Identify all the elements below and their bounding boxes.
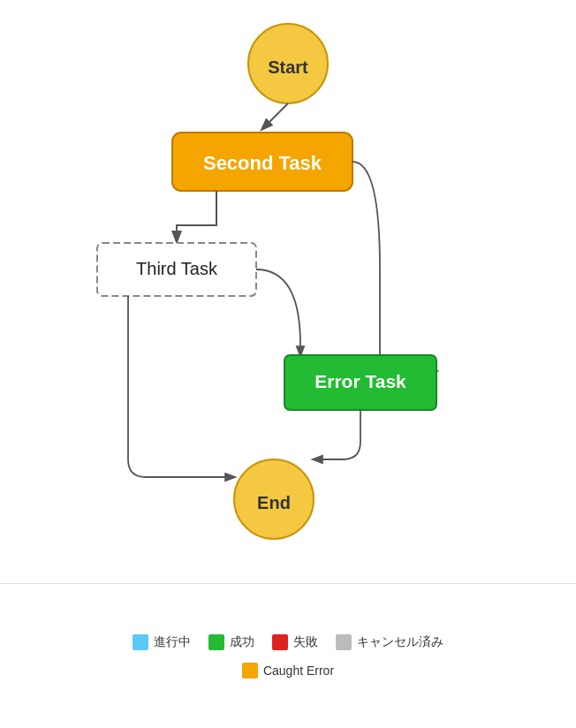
legend-item-cancelled: キャンセル済み — [336, 634, 443, 650]
legend-section: 進行中 成功 失敗 キャンセル済み Caught Error — [0, 583, 576, 728]
failure-swatch — [272, 634, 288, 650]
svg-line-0 — [262, 103, 288, 129]
legend-item-failure: 失敗 — [272, 634, 318, 650]
legend-item-inprogress: 進行中 — [133, 634, 191, 650]
legend-item-success: 成功 — [208, 634, 254, 650]
end-label: End — [257, 493, 291, 512]
success-label: 成功 — [230, 634, 254, 650]
inprogress-label: 進行中 — [154, 634, 191, 650]
second-task-label: Second Task — [203, 152, 322, 174]
legend-row-1: 進行中 成功 失敗 キャンセル済み — [133, 634, 443, 650]
error-task-label: Error Task — [315, 371, 406, 391]
failure-label: 失敗 — [293, 634, 318, 650]
legend-item-caught-error: Caught Error — [242, 663, 334, 679]
caught-error-swatch — [242, 663, 258, 679]
flow-diagram: Start Second Task Third Task Error Task … — [0, 0, 576, 583]
inprogress-swatch — [133, 634, 148, 650]
cancelled-label: キャンセル済み — [357, 634, 443, 650]
third-task-label: Third Task — [136, 259, 218, 278]
caught-error-label: Caught Error — [263, 664, 334, 678]
success-swatch — [208, 634, 224, 650]
start-label: Start — [268, 57, 308, 77]
cancelled-swatch — [336, 634, 352, 650]
legend-row-2: Caught Error — [242, 663, 334, 679]
